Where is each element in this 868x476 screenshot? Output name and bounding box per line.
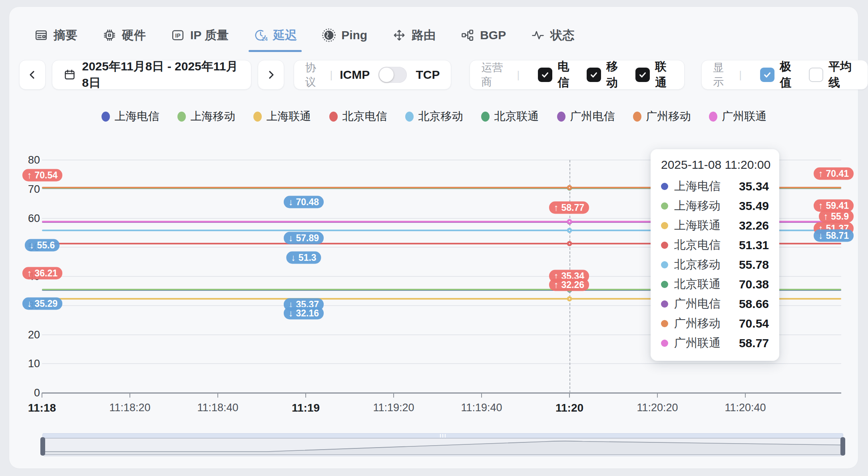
tooltip-series-dot [661,320,668,327]
x-axis-tick-label: 11:19:40 [461,402,502,414]
datazoom-preview [43,438,842,455]
tooltip-series-dot [661,340,668,347]
tooltip-row: 北京移动55.78 [661,255,769,274]
extreme-value: 70.48 [296,197,319,207]
y-axis-tick-label: 0 [11,387,40,399]
datazoom-handle-left[interactable] [40,437,45,456]
x-axis-tick [745,393,746,398]
tooltip-series-value: 51.31 [739,238,769,252]
x-axis-tick [393,393,394,398]
hover-marker [567,228,572,233]
x-axis-tick [305,393,306,398]
y-axis-tick-label: 70 [11,183,40,195]
x-axis-tick [481,393,482,398]
x-axis-tick-label: 11:18:20 [109,402,150,414]
tooltip-row: 上海电信35.34 [661,176,769,196]
tooltip-row: 北京电信51.31 [661,235,769,255]
hover-marker [567,219,572,224]
extreme-value: 70.54 [35,170,58,180]
tooltip-series-label: 广州联通 [674,335,721,351]
x-axis-tick-label: 11:20:40 [725,402,766,414]
extreme-badge-max: ↑55.9 [819,210,854,223]
tooltip-series-value: 58.66 [739,297,769,311]
extreme-badge-max: ↑70.41 [814,168,854,180]
tooltip-series-dot [661,242,668,249]
extreme-badge-min: ↓70.48 [284,196,324,208]
hover-marker [567,241,572,246]
extreme-value: 59.41 [826,200,849,211]
tooltip-series-value: 70.38 [739,278,769,291]
y-axis-tick-label: 60 [11,212,40,224]
x-axis-tick-label: 11:20 [555,402,583,414]
x-axis-tick-label: 11:18:40 [197,402,238,414]
tooltip-row: 广州电信58.66 [661,294,769,314]
tooltip-series-label: 广州电信 [674,296,721,312]
tooltip-row: 上海移动35.49 [661,196,769,216]
chart-tooltip: 2025-11-08 11:20:00 上海电信35.34上海移动35.49上海… [651,149,779,361]
tooltip-series-label: 广州移动 [674,316,721,332]
tooltip-row: 广州联通58.77 [661,333,769,353]
tooltip-series-dot [661,281,668,288]
tooltip-row: 广州移动70.54 [661,314,769,333]
extreme-value: 55.9 [831,211,849,222]
hover-marker [567,296,572,302]
extreme-badge-min: ↓55.6 [25,239,60,252]
tooltip-series-label: 北京电信 [674,237,721,253]
x-axis-tick-label: 11:20:20 [637,402,678,414]
y-axis-tick-label: 10 [11,358,40,370]
tooltip-series-value: 32.26 [739,219,769,232]
tooltip-series-value: 35.49 [739,199,769,213]
extreme-value: 32.16 [296,308,319,318]
tooltip-series-label: 上海联通 [674,218,721,234]
tooltip-series-dot [661,222,668,229]
datazoom-profile [44,438,842,454]
y-axis-tick-label: 80 [11,154,40,166]
extreme-badge-min: ↓32.16 [284,307,324,320]
y-axis-tick-label: 20 [11,328,40,341]
tooltip-series-value: 70.54 [739,317,769,330]
x-axis-tick [217,393,218,398]
hover-marker [567,185,572,190]
extreme-badge-min: ↓51.3 [286,252,321,264]
datazoom-grip[interactable] [440,434,446,438]
tooltip-series-value: 35.34 [739,180,769,193]
tooltip-timestamp: 2025-11-08 11:20:00 [661,158,769,172]
extreme-value: 58.77 [561,202,584,213]
x-axis-line [42,392,841,394]
tooltip-series-value: 55.78 [739,258,769,272]
extreme-badge-max: ↑32.26 [549,279,589,291]
extreme-value: 57.89 [296,233,319,243]
tooltip-series-label: 上海电信 [674,178,721,194]
latency-dashboard: { "tabs": { "items": [ { "id": "summary"… [0,0,868,476]
extreme-badge-min: ↓35.29 [22,298,62,310]
tooltip-row: 北京联通70.38 [661,274,769,294]
extreme-value: 55.6 [37,240,55,250]
tooltip-series-value: 58.77 [739,336,769,350]
x-axis-tick [42,393,42,398]
x-axis-tick-label: 11:19:20 [373,402,414,414]
extreme-value: 70.41 [826,168,849,179]
extreme-value: 35.29 [35,298,58,309]
x-axis-tick [569,393,570,398]
tooltip-series-label: 北京联通 [674,276,721,292]
x-axis-tick [129,393,130,398]
extreme-badge-max: ↑58.77 [549,202,589,214]
tooltip-series-dot [661,261,668,268]
x-axis-tick-label: 11:18 [28,402,56,414]
extreme-value: 58.71 [826,230,849,241]
extreme-badge-max: ↑36.21 [22,267,62,280]
tooltip-series-label: 上海移动 [674,198,721,214]
extreme-badge-max: ↑70.54 [22,169,62,182]
extreme-badge-min: ↓58.71 [814,230,854,242]
extreme-badge-min: ↓57.89 [284,232,324,244]
datazoom-slider[interactable] [42,433,844,456]
tooltip-series-dot [661,300,668,308]
datazoom-handle-right[interactable] [840,437,845,456]
x-axis-tick [657,393,658,398]
tooltip-series-dot [661,202,668,210]
extreme-value: 32.26 [561,280,584,290]
tooltip-series-dot [661,183,668,190]
gridline [42,363,841,364]
tooltip-row: 上海联通32.26 [661,216,769,235]
extreme-value: 51.3 [299,252,317,263]
